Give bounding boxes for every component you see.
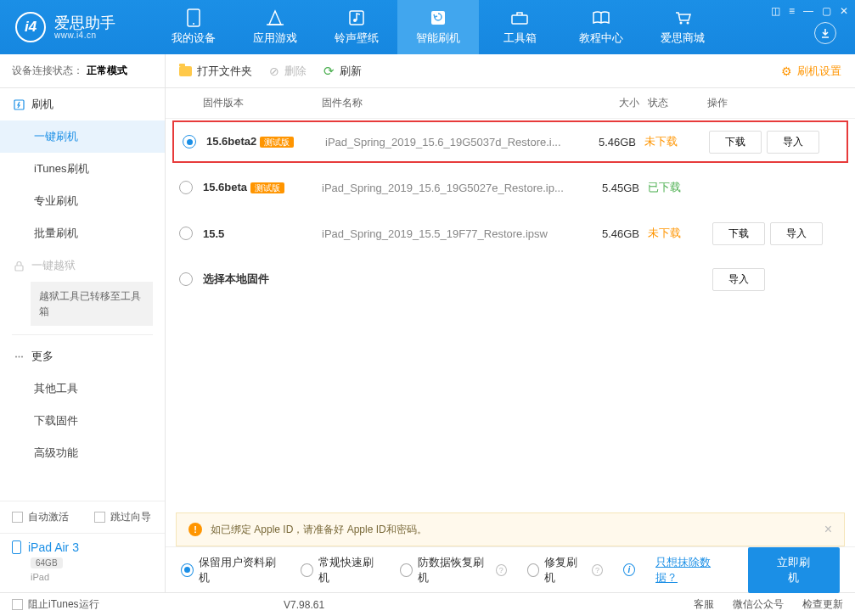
info-icon: i — [623, 563, 635, 576]
erase-only-link[interactable]: 只想抹除数据？ — [655, 555, 728, 585]
footer-wechat[interactable]: 微信公众号 — [733, 597, 784, 612]
device-info[interactable]: iPad Air 3 64GB iPad — [0, 533, 165, 592]
help-icon[interactable]: ? — [496, 564, 507, 576]
svg-point-8 — [680, 22, 683, 25]
sidebar-item-batch[interactable]: 批量刷机 — [0, 217, 165, 249]
lock-icon — [14, 260, 25, 272]
device-icon — [12, 540, 21, 554]
titlebar: i4 爱思助手 www.i4.cn 我的设备 应用游戏 铃声壁纸 智能刷机 工具… — [0, 0, 855, 54]
opt-keep-data[interactable]: 保留用户资料刷机 — [181, 555, 280, 585]
sidebar-item-oneclick[interactable]: 一键刷机 — [0, 120, 165, 153]
row-download-button[interactable]: 下载 — [712, 222, 765, 245]
refresh-icon — [429, 8, 447, 27]
jailbreak-note: 越狱工具已转移至工具箱 — [31, 282, 153, 326]
svg-rect-6 — [512, 15, 527, 24]
table-row[interactable]: 选择本地固件导入 — [166, 256, 855, 302]
music-icon — [347, 8, 366, 27]
sidebar-item-other-tools[interactable]: 其他工具 — [0, 372, 165, 405]
svg-point-12 — [15, 356, 17, 357]
sidebar-item-download-fw[interactable]: 下载固件 — [0, 405, 165, 437]
logo-icon: i4 — [15, 12, 46, 42]
sidebar-group-more[interactable]: 更多 — [0, 340, 165, 372]
svg-point-9 — [687, 22, 689, 25]
device-icon — [184, 8, 203, 27]
action-bar: 保留用户资料刷机 常规快速刷机 防数据恢复刷机? 修复刷机? i 只想抹除数据？… — [166, 546, 855, 592]
sidebar-group-jailbreak: 一键越狱 — [0, 249, 165, 282]
menu-icon[interactable]: ≡ — [789, 5, 795, 17]
table-row[interactable]: 15.5iPad_Spring_2019_15.5_19F77_Restore.… — [166, 210, 855, 256]
nav-toolbox[interactable]: 工具箱 — [479, 0, 560, 54]
apps-icon — [266, 8, 284, 27]
app-logo: i4 爱思助手 www.i4.cn — [0, 12, 153, 42]
refresh-icon: ⟳ — [323, 64, 335, 79]
cart-icon — [673, 8, 692, 27]
delete-icon: ⊘ — [269, 64, 279, 78]
footer-check-update[interactable]: 检查更新 — [802, 597, 843, 612]
folder-icon — [179, 66, 192, 76]
device-type: iPad — [31, 572, 153, 582]
app-url: www.i4.cn — [54, 31, 115, 40]
auto-activate-row: 自动激活 跳过向导 — [0, 501, 165, 533]
row-radio[interactable] — [183, 135, 196, 148]
toolbar: 打开文件夹 ⊘ 删除 ⟳ 刷新 ⚙ 刷机设置 — [166, 54, 855, 88]
nav-my-device[interactable]: 我的设备 — [153, 0, 234, 54]
svg-point-1 — [193, 23, 194, 25]
flash-group-icon — [14, 99, 25, 110]
alert-close-button[interactable]: × — [824, 522, 832, 537]
flash-settings-button[interactable]: ⚙ 刷机设置 — [781, 64, 841, 79]
help-icon[interactable]: ? — [592, 564, 603, 576]
version-label: V7.98.61 — [284, 599, 324, 611]
beta-badge: 测试版 — [260, 137, 294, 148]
table-row[interactable]: 15.6beta测试版iPad_Spring_2019_15.6_19G5027… — [166, 165, 855, 210]
svg-rect-11 — [15, 266, 23, 271]
nav-tutorials[interactable]: 教程中心 — [560, 0, 642, 54]
nav-apps[interactable]: 应用游戏 — [234, 0, 316, 54]
skip-guide-checkbox[interactable] — [94, 512, 105, 523]
svg-point-14 — [21, 356, 23, 357]
row-import-button[interactable]: 导入 — [712, 268, 765, 291]
row-import-button[interactable]: 导入 — [770, 222, 823, 245]
storage-badge: 64GB — [31, 557, 63, 568]
footer: 阻止iTunes运行 V7.98.61 客服 微信公众号 检查更新 — [0, 592, 855, 616]
footer-support[interactable]: 客服 — [694, 597, 714, 612]
window-controls: ◫ ≡ — ▢ ✕ — [771, 5, 848, 17]
delete-button[interactable]: ⊘ 删除 — [269, 64, 307, 79]
nav-ringtones[interactable]: 铃声壁纸 — [316, 0, 397, 54]
opt-repair[interactable]: 修复刷机? — [527, 555, 603, 585]
refresh-button[interactable]: ⟳ 刷新 — [323, 64, 362, 79]
book-icon — [592, 8, 610, 27]
top-nav: 我的设备 应用游戏 铃声壁纸 智能刷机 工具箱 教程中心 爱思商城 — [153, 0, 723, 54]
sidebar-item-pro[interactable]: 专业刷机 — [0, 185, 165, 217]
table-header: 固件版本 固件名称 大小 状态 操作 — [166, 88, 855, 119]
minimize-icon[interactable]: — — [803, 5, 813, 17]
sidebar: 设备连接状态：正常模式 刷机 一键刷机 iTunes刷机 专业刷机 批量刷机 一… — [0, 54, 166, 592]
opt-anti-recovery[interactable]: 防数据恢复刷机? — [400, 555, 507, 585]
row-radio[interactable] — [179, 272, 193, 286]
nav-store[interactable]: 爱思商城 — [642, 0, 723, 54]
block-itunes-checkbox[interactable] — [12, 599, 23, 610]
row-import-button[interactable]: 导入 — [767, 131, 819, 154]
skin-icon[interactable]: ◫ — [771, 5, 780, 17]
download-indicator[interactable] — [814, 22, 836, 44]
row-radio[interactable] — [179, 181, 193, 194]
apple-id-alert: ! 如已绑定 Apple ID，请准备好 Apple ID和密码。 × — [176, 512, 845, 546]
svg-point-13 — [19, 356, 20, 357]
toolbox-icon — [510, 8, 529, 27]
connection-status: 设备连接状态：正常模式 — [0, 54, 165, 88]
maximize-icon[interactable]: ▢ — [822, 5, 831, 17]
close-icon[interactable]: ✕ — [840, 5, 848, 17]
opt-normal[interactable]: 常规快速刷机 — [301, 555, 380, 585]
sidebar-item-itunes[interactable]: iTunes刷机 — [0, 153, 165, 185]
flash-now-button[interactable]: 立即刷机 — [748, 547, 840, 593]
nav-smart-flash[interactable]: 智能刷机 — [397, 0, 479, 54]
sidebar-item-advanced[interactable]: 高级功能 — [0, 437, 165, 469]
beta-badge: 测试版 — [250, 182, 284, 193]
app-name: 爱思助手 — [54, 15, 115, 31]
sidebar-group-flash[interactable]: 刷机 — [0, 88, 165, 120]
warning-icon: ! — [188, 523, 202, 536]
open-folder-button[interactable]: 打开文件夹 — [179, 64, 252, 79]
table-row[interactable]: 15.6beta2测试版iPad_Spring_2019_15.6_19G503… — [172, 120, 848, 163]
auto-activate-checkbox[interactable] — [12, 512, 23, 523]
row-radio[interactable] — [179, 227, 193, 240]
row-download-button[interactable]: 下载 — [709, 131, 762, 154]
